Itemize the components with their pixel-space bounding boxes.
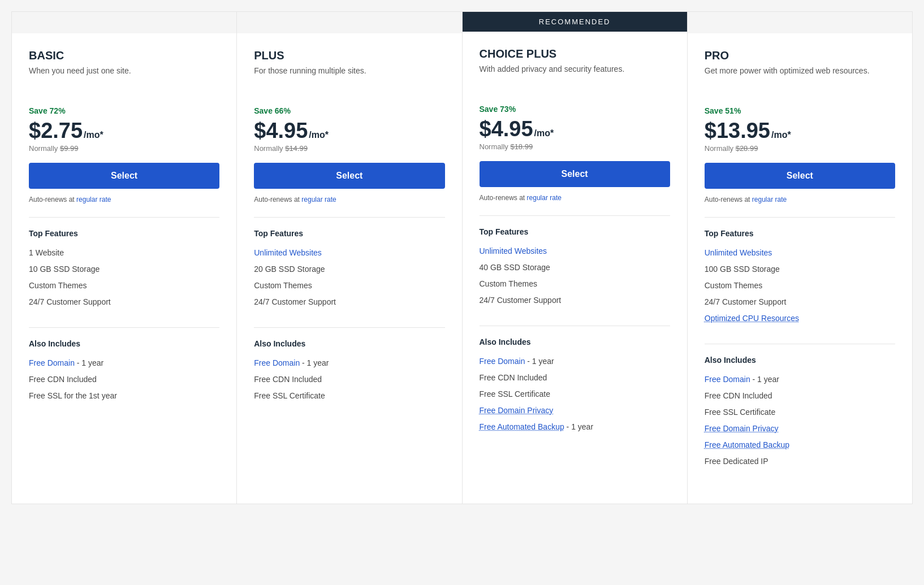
list-item: Free Domain - 1 year — [254, 355, 444, 371]
list-item: Free CDN Included — [254, 371, 444, 388]
plan-description: With added privacy and security features… — [480, 64, 670, 91]
plan-content-plus: PLUSFor those running multiple sites.Sav… — [237, 33, 461, 438]
feature-link[interactable]: Unlimited Websites — [480, 246, 547, 255]
list-item: Free Domain - 1 year — [705, 371, 895, 388]
list-item: Free SSL Certificate — [480, 386, 670, 402]
plan-content-basic: BASICWhen you need just one site.Save 72… — [12, 33, 236, 438]
auto-renew-text: Auto-renews at regular rate — [705, 196, 895, 203]
select-button[interactable]: Select — [480, 161, 670, 187]
regular-rate-link[interactable]: regular rate — [752, 196, 787, 203]
feature-link[interactable]: Free Automated Backup — [705, 440, 789, 449]
list-item: 24/7 Customer Support — [480, 292, 670, 309]
auto-renew-text: Auto-renews at regular rate — [480, 194, 670, 202]
top-features-list: Unlimited Websites20 GB SSD StorageCusto… — [254, 245, 444, 310]
feature-link[interactable]: Free Automated Backup — [480, 422, 564, 431]
list-item: Free Domain Privacy — [480, 402, 670, 419]
list-item: Custom Themes — [254, 278, 444, 294]
also-includes-title: Also Includes — [480, 337, 670, 346]
plan-column-plus: PLUSFor those running multiple sites.Sav… — [237, 11, 462, 504]
top-features-title: Top Features — [29, 229, 219, 238]
list-item: Unlimited Websites — [254, 245, 444, 261]
list-item: Optimized CPU Resources — [705, 310, 895, 327]
feature-link[interactable]: Free Domain Privacy — [705, 424, 779, 433]
top-features-title: Top Features — [254, 229, 444, 238]
feature-link[interactable]: Free Domain — [705, 375, 750, 384]
plan-no-badge — [12, 12, 236, 33]
feature-link[interactable]: Free Domain — [480, 357, 525, 366]
plan-name: PRO — [705, 49, 895, 62]
divider — [254, 327, 444, 328]
pricing-container: BASICWhen you need just one site.Save 72… — [11, 11, 913, 504]
price-row: $2.75/mo* — [29, 119, 219, 143]
select-button[interactable]: Select — [254, 163, 444, 189]
price-row: $4.95/mo* — [480, 117, 670, 141]
list-item: 24/7 Customer Support — [705, 294, 895, 310]
divider — [480, 326, 670, 326]
feature-link[interactable]: Free Domain — [254, 358, 300, 367]
list-item: 24/7 Customer Support — [29, 294, 219, 310]
select-button[interactable]: Select — [705, 163, 895, 189]
top-features-list: 1 Website10 GB SSD StorageCustom Themes2… — [29, 245, 219, 310]
top-features-list: Unlimited Websites40 GB SSD StorageCusto… — [480, 243, 670, 309]
auto-renew-text: Auto-renews at regular rate — [254, 196, 444, 203]
select-button[interactable]: Select — [29, 163, 219, 189]
price-row: $4.95/mo* — [254, 119, 444, 143]
plan-name: CHOICE PLUS — [480, 47, 670, 60]
list-item: Unlimited Websites — [705, 245, 895, 261]
list-item: Free Domain - 1 year — [480, 353, 670, 370]
list-item: 40 GB SSD Storage — [480, 259, 670, 276]
regular-rate-link[interactable]: regular rate — [76, 196, 111, 203]
feature-link[interactable]: Free Domain Privacy — [480, 406, 554, 415]
also-includes-list: Free Domain - 1 yearFree CDN IncludedFre… — [29, 355, 219, 404]
feature-link[interactable]: Unlimited Websites — [254, 248, 322, 257]
list-item: Custom Themes — [705, 278, 895, 294]
divider — [254, 217, 444, 218]
recommended-badge: RECOMMENDED — [463, 12, 687, 32]
list-item: Custom Themes — [480, 276, 670, 292]
price-per: /mo* — [771, 130, 791, 140]
save-label: Save 72% — [29, 106, 219, 115]
price-normal: Normally $28.99 — [705, 144, 895, 153]
regular-rate-link[interactable]: regular rate — [301, 196, 336, 203]
price-row: $13.95/mo* — [705, 119, 895, 143]
plan-description: When you need just one site. — [29, 66, 219, 93]
plan-column-pro: PROGet more power with optimized web res… — [688, 11, 913, 504]
price-amount: $2.75 — [29, 119, 83, 143]
list-item: 1 Website — [29, 245, 219, 261]
save-label: Save 66% — [254, 106, 444, 115]
plan-column-choice-plus: RECOMMENDEDCHOICE PLUSWith added privacy… — [463, 11, 688, 504]
list-item: Free CDN Included — [480, 370, 670, 386]
price-per: /mo* — [84, 130, 103, 140]
list-item: Free CDN Included — [29, 371, 219, 388]
feature-link[interactable]: Unlimited Websites — [705, 248, 772, 257]
price-amount: $4.95 — [254, 119, 308, 143]
top-features-title: Top Features — [480, 227, 670, 236]
feature-link[interactable]: Free Domain — [29, 358, 75, 367]
list-item: Free SSL Certificate — [705, 404, 895, 421]
list-item: 100 GB SSD Storage — [705, 261, 895, 278]
regular-rate-link[interactable]: regular rate — [527, 194, 562, 202]
divider — [705, 344, 895, 344]
plan-content-choice-plus: CHOICE PLUSWith added privacy and securi… — [463, 32, 687, 469]
also-includes-title: Also Includes — [254, 339, 444, 348]
list-item: Free Domain Privacy — [705, 421, 895, 437]
also-includes-list: Free Domain - 1 yearFree CDN IncludedFre… — [480, 353, 670, 435]
top-features-title: Top Features — [705, 229, 895, 238]
save-label: Save 51% — [705, 106, 895, 115]
plan-content-pro: PROGet more power with optimized web res… — [688, 33, 912, 504]
price-normal: Normally $9.99 — [29, 144, 219, 153]
divider — [29, 327, 219, 328]
feature-link[interactable]: Optimized CPU Resources — [705, 314, 799, 323]
list-item: Unlimited Websites — [480, 243, 670, 259]
price-per: /mo* — [534, 128, 554, 138]
divider — [29, 217, 219, 218]
plan-description: Get more power with optimized web resour… — [705, 66, 895, 93]
plan-description: For those running multiple sites. — [254, 66, 444, 93]
auto-renew-text: Auto-renews at regular rate — [29, 196, 219, 203]
price-per: /mo* — [309, 130, 329, 140]
list-item: 10 GB SSD Storage — [29, 261, 219, 278]
price-amount: $13.95 — [705, 119, 770, 143]
list-item: Free SSL Certificate — [254, 388, 444, 404]
list-item: Free CDN Included — [705, 388, 895, 404]
plan-no-badge — [688, 12, 912, 33]
